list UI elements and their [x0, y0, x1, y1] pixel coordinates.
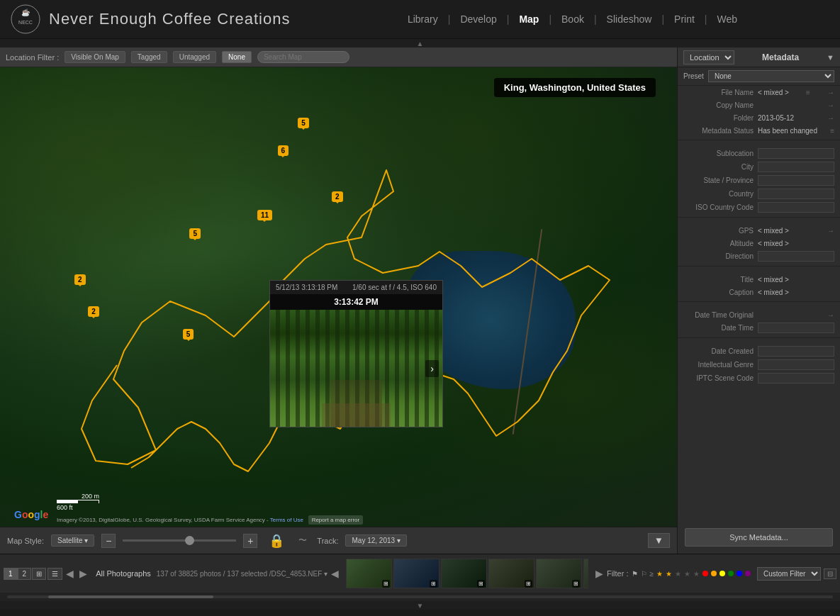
filename-arrow[interactable]: → — [827, 89, 834, 96]
photo-popup-next[interactable]: › — [425, 360, 439, 377]
star-2[interactable]: ★ — [666, 570, 672, 578]
star-4[interactable]: ★ — [684, 570, 690, 578]
zoom-plus-btn[interactable]: + — [243, 534, 257, 548]
thumb-3-badge: ⊞ — [477, 578, 485, 587]
thumb-5[interactable]: ⊞ — [536, 559, 582, 588]
caption-label: Caption — [683, 289, 758, 296]
nav-book[interactable]: Book — [551, 13, 594, 25]
svg-text:☕: ☕ — [21, 8, 30, 17]
next-photo-btn[interactable]: ▶ — [77, 566, 90, 581]
meta-row-folder: Folder 2013-05-12 → — [678, 111, 840, 124]
filename-list-icon[interactable]: ≡ — [806, 89, 810, 96]
meta-row-metadata-status: Metadata Status Has been changed ≡ — [678, 124, 840, 137]
star-3[interactable]: ★ — [675, 570, 681, 578]
custom-filter-select[interactable]: Custom Filter — [757, 567, 821, 581]
nav-slideshow[interactable]: Slideshow — [597, 13, 662, 25]
datetime-input[interactable] — [758, 323, 834, 333]
filter-flag-icon[interactable]: ⚑ — [632, 570, 638, 578]
page-1-btn[interactable]: 1 — [4, 568, 18, 580]
intellectual-genre-input[interactable] — [758, 359, 834, 370]
map-panel-expand-btn[interactable]: ▼ — [648, 533, 670, 548]
report-map-error-btn[interactable]: Report a map error — [308, 515, 364, 525]
datetime-original-arrow[interactable]: → — [827, 311, 834, 319]
marker-2c[interactable]: 2 — [88, 306, 99, 317]
thumb-1[interactable]: ⊞ — [346, 559, 392, 588]
scroll-track[interactable] — [7, 595, 833, 598]
bottom-expand-handle[interactable]: ▼ — [0, 601, 840, 610]
sublocation-value-container — [758, 148, 834, 159]
photo-popup-image: › — [270, 310, 442, 427]
color-filter-purple[interactable] — [745, 571, 751, 576]
filmstrip-collapse-btn[interactable]: ⊟ — [824, 569, 836, 579]
terms-of-use-link[interactable]: Terms of Use — [270, 517, 303, 523]
thumb-6[interactable]: ⊞ — [583, 559, 588, 588]
panel-selector[interactable]: Location — [683, 50, 734, 65]
filter-reject-icon[interactable]: ⚐ — [641, 570, 647, 578]
folder-arrow[interactable]: → — [827, 114, 834, 122]
marker-2a[interactable]: 2 — [332, 191, 343, 202]
country-value-container — [758, 189, 834, 199]
iso-input[interactable] — [758, 202, 834, 213]
preset-select[interactable]: None — [708, 70, 834, 82]
color-filter-orange[interactable] — [711, 571, 717, 576]
visible-on-map-btn[interactable]: Visible On Map — [65, 51, 125, 63]
marker-6[interactable]: 6 — [278, 145, 289, 156]
nav-print[interactable]: Print — [664, 13, 705, 25]
panel-dropdown-arrow[interactable]: ▼ — [827, 53, 834, 62]
filmstrip-scroll-left[interactable]: ◀ — [327, 568, 342, 579]
search-map-input[interactable] — [257, 51, 349, 63]
map-style-btn[interactable]: Satellite ▾ — [51, 534, 94, 547]
scroll-thumb[interactable] — [48, 595, 213, 598]
marker-5a[interactable]: 5 — [298, 118, 309, 128]
marker-5b[interactable]: 5 — [189, 228, 201, 239]
star-5[interactable]: ★ — [693, 570, 700, 578]
filter-star-threshold[interactable]: ≥ — [650, 570, 654, 578]
right-panel: Location Metadata ▼ Preset None File Nam… — [677, 47, 840, 554]
prev-photo-btn[interactable]: ◀ — [63, 566, 77, 581]
filmstrip-view-btn[interactable]: ☰ — [47, 568, 62, 580]
filter-bar: Location Filter : Visible On Map Tagged … — [0, 47, 677, 67]
sublocation-input[interactable] — [758, 148, 834, 159]
marker-11[interactable]: 11 — [257, 210, 272, 220]
thumb-4[interactable]: ⊞ — [488, 559, 534, 588]
thumb-2[interactable]: ⊞ — [393, 559, 439, 588]
tagged-btn[interactable]: Tagged — [131, 51, 167, 63]
iptc-scene-input[interactable] — [758, 373, 834, 383]
zoom-thumb[interactable] — [185, 536, 194, 545]
zoom-slider[interactable] — [123, 539, 236, 542]
marker-5c[interactable]: 5 — [183, 329, 194, 340]
thumb-3[interactable]: ⊞ — [441, 559, 487, 588]
iptc-scene-label: IPTC Scene Code — [683, 374, 758, 382]
top-expand-handle[interactable]: ▲ — [0, 39, 840, 47]
page-2-btn[interactable]: 2 — [18, 568, 32, 580]
star-1[interactable]: ★ — [656, 570, 663, 578]
gps-arrow[interactable]: → — [827, 227, 834, 235]
marker-2b[interactable]: 2 — [74, 274, 86, 285]
bottom-scrollbar[interactable] — [0, 593, 840, 601]
filmstrip-scroll-right[interactable]: ▶ — [592, 568, 607, 579]
sync-metadata-btn[interactable]: Sync Metadata... — [685, 528, 833, 547]
nav-library[interactable]: Library — [398, 13, 448, 25]
color-filter-yellow[interactable] — [719, 571, 725, 576]
nav-web[interactable]: Web — [707, 13, 748, 25]
untagged-btn[interactable]: Untagged — [173, 51, 216, 63]
grid-view-btn[interactable]: ⊞ — [32, 568, 46, 580]
metadata-status-list-icon[interactable]: ≡ — [830, 127, 834, 135]
none-btn[interactable]: None — [222, 51, 252, 63]
copyname-arrow[interactable]: → — [827, 101, 834, 109]
section-gap-2 — [678, 217, 840, 221]
nav-develop[interactable]: Develop — [450, 13, 506, 25]
state-input[interactable] — [758, 175, 834, 186]
date-created-input[interactable] — [758, 346, 834, 357]
map-container[interactable]: King, Washington, United States 5 6 2 5 … — [0, 67, 677, 527]
color-filter-blue[interactable] — [737, 571, 742, 576]
direction-input[interactable] — [758, 251, 834, 262]
color-filter-red[interactable] — [702, 571, 708, 576]
nav-map[interactable]: Map — [509, 13, 549, 25]
country-input[interactable] — [758, 189, 834, 199]
zoom-minus-btn[interactable]: − — [101, 534, 116, 548]
track-date-btn[interactable]: May 12, 2013 ▾ — [345, 534, 406, 547]
city-input[interactable] — [758, 162, 834, 172]
location-popup: King, Washington, United States — [494, 78, 656, 97]
color-filter-green[interactable] — [728, 571, 734, 576]
